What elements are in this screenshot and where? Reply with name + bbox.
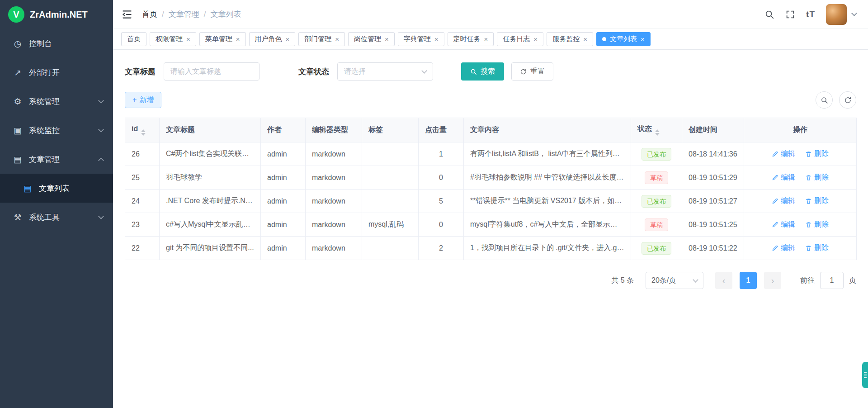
user-avatar[interactable] — [826, 4, 847, 25]
cell-created: 08-19 10:51:27 — [682, 190, 744, 213]
cell-title: 羽毛球教学 — [160, 166, 261, 190]
cell-content: mysql字符集utf8，c#写入中文后，全部显示成? ... — [464, 213, 631, 237]
toggle-search-button[interactable] — [816, 91, 833, 109]
breadcrumb-separator: / — [204, 10, 206, 19]
chevron-down-icon — [98, 127, 104, 133]
document-icon: ▤ — [12, 154, 24, 165]
sidebar-item-external-open[interactable]: ↗外部打开 — [0, 58, 113, 87]
close-icon[interactable]: × — [533, 35, 538, 43]
edit-link[interactable]: 编辑 — [772, 243, 795, 253]
sidebar-item-dashboard[interactable]: ◷控制台 — [0, 29, 113, 58]
delete-link[interactable]: 删除 — [805, 149, 829, 159]
tag-item[interactable]: 用户角色× — [249, 32, 296, 46]
close-icon[interactable]: × — [186, 35, 190, 43]
next-page-button[interactable]: › — [764, 272, 781, 289]
article-status-label: 文章状态 — [298, 66, 329, 77]
reset-button[interactable]: 重置 — [511, 62, 553, 81]
tag-label: 权限管理 — [156, 35, 183, 43]
article-status-select[interactable]: 请选择 — [337, 62, 433, 81]
search-icon — [821, 96, 828, 104]
prev-page-button[interactable]: ‹ — [715, 272, 732, 289]
article-title-input[interactable] — [164, 62, 259, 81]
tag-item[interactable]: 字典管理× — [398, 32, 444, 46]
close-icon[interactable]: × — [434, 35, 439, 43]
sidebar-item-article-management[interactable]: ▤文章管理 — [0, 145, 113, 174]
tag-item[interactable]: 服务监控× — [547, 32, 593, 46]
column-header-id[interactable]: id — [125, 118, 160, 142]
column-header-status[interactable]: 状态 — [631, 118, 682, 142]
tag-item[interactable]: 权限管理× — [150, 32, 196, 46]
sidebar-item-system-management[interactable]: ⚙系统管理 — [0, 87, 113, 116]
cell-tag — [362, 166, 419, 190]
topbar-actions: tT — [764, 4, 856, 25]
table-header-row: id文章标题作者编辑器类型标签点击量文章内容状态创建时间操作 — [125, 118, 857, 142]
plus-icon: + — [132, 96, 137, 104]
sidebar-item-system-monitor[interactable]: ▣系统监控 — [0, 116, 113, 145]
cell-clicks: 0 — [419, 213, 464, 237]
edit-icon — [772, 151, 778, 157]
delete-link[interactable]: 删除 — [805, 220, 829, 229]
delete-link[interactable]: 删除 — [805, 173, 829, 182]
tag-item[interactable]: 菜单管理× — [199, 32, 246, 46]
cell-id: 26 — [125, 142, 160, 166]
status-badge: 草稿 — [645, 218, 668, 231]
tag-item[interactable]: 部门管理× — [298, 32, 345, 46]
table-row: 24.NET Core 发布时提示.NET...adminmarkdown5**… — [125, 190, 857, 213]
article-title-label: 文章标题 — [125, 66, 156, 77]
refresh-icon — [844, 96, 852, 104]
table-row: 26C#两个list集合实现关联，...adminmarkdown1有两个lis… — [125, 142, 857, 166]
sidebar-item-article-list[interactable]: ▤文章列表 — [0, 174, 113, 203]
page-number-1[interactable]: 1 — [740, 272, 757, 289]
tag-item[interactable]: 任务日志× — [497, 32, 543, 46]
tag-item[interactable]: 文章列表× — [596, 32, 651, 46]
add-button[interactable]: + 新增 — [125, 92, 161, 108]
goto-page-input[interactable] — [820, 272, 844, 289]
tag-label: 部门管理 — [304, 35, 331, 43]
chevron-down-icon — [693, 277, 698, 283]
scrollbar-thumb[interactable] — [862, 362, 868, 388]
tag-item[interactable]: 岗位管理× — [348, 32, 395, 46]
delete-icon — [805, 198, 812, 204]
page-size-select[interactable]: 20条/页 — [646, 272, 703, 289]
sidebar: V ZrAdmin.NET ◷控制台↗外部打开⚙系统管理▣系统监控▤文章管理▤文… — [0, 0, 113, 408]
close-icon[interactable]: × — [286, 35, 290, 43]
edit-link[interactable]: 编辑 — [772, 173, 795, 182]
fullscreen-icon[interactable] — [785, 9, 795, 19]
sidebar-item-system-tools[interactable]: ⚒系统工具 — [0, 203, 113, 232]
cell-created: 08-19 10:51:25 — [682, 213, 744, 237]
cell-ops: 编辑删除 — [744, 190, 857, 213]
document-icon: ▤ — [22, 183, 33, 194]
cell-editor: markdown — [306, 213, 362, 237]
cell-ops: 编辑删除 — [744, 237, 857, 260]
close-icon[interactable]: × — [335, 35, 339, 43]
cell-editor: markdown — [306, 142, 362, 166]
cell-ops: 编辑删除 — [744, 166, 857, 190]
tag-item[interactable]: 首页 — [121, 32, 146, 46]
search-icon[interactable] — [764, 9, 774, 19]
chevron-down-icon[interactable] — [851, 10, 857, 16]
close-icon[interactable]: × — [583, 35, 587, 43]
close-icon[interactable]: × — [484, 35, 488, 43]
font-size-icon[interactable]: tT — [806, 9, 815, 19]
close-icon[interactable]: × — [641, 35, 645, 43]
top-bar: 首页/文章管理/文章列表 tT — [113, 0, 868, 29]
cell-tag: mysql,乱码 — [362, 213, 419, 237]
refresh-table-button[interactable] — [839, 91, 856, 109]
tag-label: 岗位管理 — [354, 35, 381, 43]
cell-editor: markdown — [306, 190, 362, 213]
breadcrumb-item[interactable]: 文章管理 — [169, 9, 199, 19]
collapse-sidebar-icon[interactable] — [121, 9, 133, 20]
cell-created: 08-19 10:51:29 — [682, 166, 744, 190]
tag-item[interactable]: 定时任务× — [448, 32, 494, 46]
close-icon[interactable]: × — [385, 35, 389, 43]
search-button[interactable]: 搜索 — [461, 62, 504, 81]
close-icon[interactable]: × — [236, 35, 240, 43]
edit-link[interactable]: 编辑 — [772, 149, 795, 159]
delete-link[interactable]: 删除 — [805, 243, 829, 253]
tag-label: 定时任务 — [453, 35, 481, 43]
cell-clicks: 5 — [419, 190, 464, 213]
edit-link[interactable]: 编辑 — [772, 220, 795, 229]
delete-link[interactable]: 删除 — [805, 196, 829, 206]
breadcrumb-item[interactable]: 首页 — [142, 9, 157, 19]
edit-link[interactable]: 编辑 — [772, 196, 795, 206]
